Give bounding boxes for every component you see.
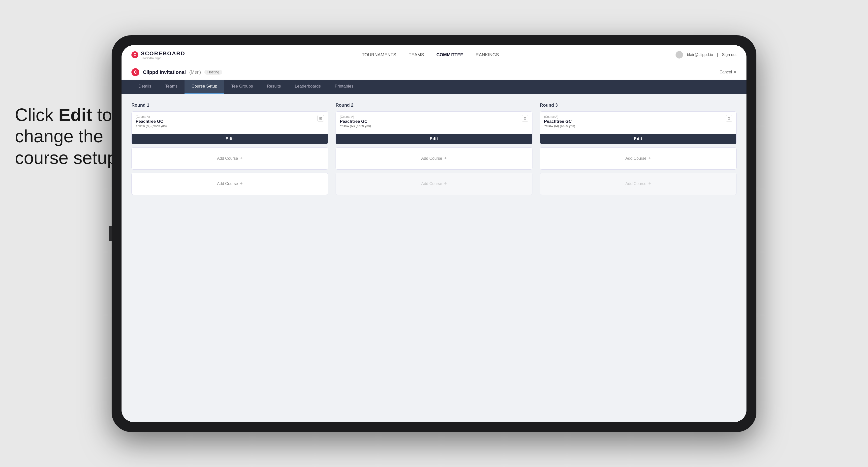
round-2-add-label-1: Add Course [421, 156, 442, 161]
round-2-course-tee: Yellow (M) (6629 yds) [340, 124, 528, 128]
round-3-add-label-2: Add Course [625, 182, 647, 186]
round-1-add-course-2[interactable]: Add Course + [131, 173, 328, 195]
round-2-edit-button[interactable]: Edit [336, 134, 532, 144]
round-2-course-card: (Course A) Peachtree GC ⊠ Yellow (M) (66… [336, 111, 532, 144]
round-1-course-name: Peachtree GC [136, 119, 163, 124]
round-3-edit-button[interactable]: Edit [540, 134, 736, 144]
round-3-title: Round 3 [540, 103, 737, 108]
round-1-course-card: (Course A) Peachtree GC ⊠ Yellow (M) (66… [131, 111, 328, 144]
round-3-plus-icon-2: + [648, 181, 651, 186]
brand-logo-icon: C [131, 51, 138, 58]
round-1-plus-icon-2: + [240, 181, 243, 186]
round-2-course-name: Peachtree GC [340, 119, 368, 124]
round-2-add-course-2: Add Course + [336, 173, 532, 195]
round-3-course-tee: Yellow (M) (6629 yds) [544, 124, 732, 128]
user-email: blair@clippd.io [687, 53, 713, 57]
round-1-add-label-2: Add Course [217, 182, 238, 186]
round-3-course-info: (Course A) Peachtree GC [544, 115, 572, 124]
round-1-add-course-text-1: Add Course + [217, 156, 243, 161]
cancel-label: Cancel [719, 70, 732, 74]
tournament-logo-icon: C [131, 68, 140, 76]
round-2-plus-icon-2: + [444, 181, 447, 186]
round-1-add-course-1[interactable]: Add Course + [131, 147, 328, 169]
round-2-delete-button[interactable]: ⊠ [522, 115, 528, 122]
tab-course-setup[interactable]: Course Setup [185, 80, 224, 94]
nav-links: TOURNAMENTS TEAMS COMMITTEE RANKINGS [362, 52, 499, 58]
tab-printables[interactable]: Printables [328, 80, 361, 94]
round-1-course-tee-area: Yellow (M) (6629 yds) [132, 124, 328, 128]
round-2-course-info: (Course A) Peachtree GC [340, 115, 368, 124]
round-3-add-label-1: Add Course [625, 156, 647, 161]
round-2-plus-icon-1: + [444, 156, 447, 161]
tab-teams[interactable]: Teams [158, 80, 185, 94]
round-3-course-tee-area: Yellow (M) (6629 yds) [540, 124, 736, 128]
round-3-course-label: (Course A) [544, 115, 572, 119]
tablet-frame: C SCOREBOARD Powered by clippd TOURNAMEN… [112, 35, 756, 432]
round-1-plus-icon-1: + [240, 156, 243, 161]
tab-details[interactable]: Details [131, 80, 158, 94]
round-3-column: Round 3 (Course A) Peachtree GC ⊠ Yellow… [540, 103, 737, 198]
separator: | [717, 53, 718, 57]
tablet-side-button [108, 226, 112, 241]
round-2-add-label-2: Add Course [421, 182, 442, 186]
round-1-course-label: (Course A) [136, 115, 163, 119]
round-2-course-tee-area: Yellow (M) (6629 yds) [336, 124, 532, 128]
tournament-status: Hosting [204, 70, 222, 75]
nav-rankings[interactable]: RANKINGS [476, 52, 499, 58]
round-3-course-card: (Course A) Peachtree GC ⊠ Yellow (M) (66… [540, 111, 737, 144]
round-1-course-tee: Yellow (M) (6629 yds) [136, 124, 324, 128]
nav-tournaments[interactable]: TOURNAMENTS [362, 52, 396, 58]
instruction-text: Click Edit tochange thecourse setup. [15, 104, 122, 168]
tablet-screen: C SCOREBOARD Powered by clippd TOURNAMEN… [122, 45, 746, 422]
tournament-info: C Clippd Invitational (Men) Hosting [131, 68, 222, 76]
rounds-grid: Round 1 (Course A) Peachtree GC ⊠ Yellow… [131, 103, 737, 198]
tabs-bar: Details Teams Course Setup Tee Groups Re… [122, 80, 746, 94]
powered-by-text: Powered by clippd [141, 57, 185, 60]
tab-results[interactable]: Results [260, 80, 288, 94]
round-1-title: Round 1 [131, 103, 328, 108]
round-1-column: Round 1 (Course A) Peachtree GC ⊠ Yellow… [131, 103, 328, 198]
round-3-plus-icon-1: + [648, 156, 651, 161]
user-avatar [676, 51, 683, 59]
sign-out-link[interactable]: Sign out [722, 53, 737, 57]
round-1-add-course-text-2: Add Course + [217, 181, 243, 186]
nav-teams[interactable]: TEAMS [409, 52, 424, 58]
round-2-course-header: (Course A) Peachtree GC ⊠ [336, 112, 532, 124]
round-1-edit-button[interactable]: Edit [132, 134, 328, 144]
round-3-add-course-text-2: Add Course + [625, 181, 651, 186]
round-3-course-header: (Course A) Peachtree GC ⊠ [540, 112, 736, 124]
round-1-delete-button[interactable]: ⊠ [317, 115, 324, 122]
sub-header: C Clippd Invitational (Men) Hosting Canc… [122, 65, 746, 80]
round-2-add-course-1[interactable]: Add Course + [336, 147, 532, 169]
round-2-add-course-text-2: Add Course + [421, 181, 447, 186]
round-3-delete-button[interactable]: ⊠ [726, 115, 732, 122]
round-3-add-course-2: Add Course + [540, 173, 737, 195]
round-1-course-header: (Course A) Peachtree GC ⊠ [132, 112, 328, 124]
round-2-column: Round 2 (Course A) Peachtree GC ⊠ Yellow… [336, 103, 532, 198]
tab-leaderboards[interactable]: Leaderboards [288, 80, 328, 94]
top-nav: C SCOREBOARD Powered by clippd TOURNAMEN… [122, 45, 746, 65]
round-2-add-course-text-1: Add Course + [421, 156, 447, 161]
round-1-add-label-1: Add Course [217, 156, 238, 161]
round-3-course-name: Peachtree GC [544, 119, 572, 124]
round-1-course-info: (Course A) Peachtree GC [136, 115, 163, 124]
nav-committee[interactable]: COMMITTEE [436, 52, 463, 58]
round-2-title: Round 2 [336, 103, 532, 108]
tournament-name: Clippd Invitational [143, 69, 186, 75]
round-2-course-label: (Course A) [340, 115, 368, 119]
tournament-gender: (Men) [189, 70, 201, 75]
round-3-add-course-1[interactable]: Add Course + [540, 147, 737, 169]
main-content: Round 1 (Course A) Peachtree GC ⊠ Yellow… [122, 94, 746, 422]
brand-name: SCOREBOARD [141, 50, 185, 57]
user-area: blair@clippd.io | Sign out [676, 51, 737, 59]
logo-area: C SCOREBOARD Powered by clippd [131, 50, 185, 60]
cancel-icon: ✕ [733, 70, 737, 75]
tab-tee-groups[interactable]: Tee Groups [224, 80, 260, 94]
round-3-add-course-text-1: Add Course + [625, 156, 651, 161]
cancel-button[interactable]: Cancel ✕ [719, 70, 737, 75]
brand-name-area: SCOREBOARD Powered by clippd [141, 50, 185, 60]
